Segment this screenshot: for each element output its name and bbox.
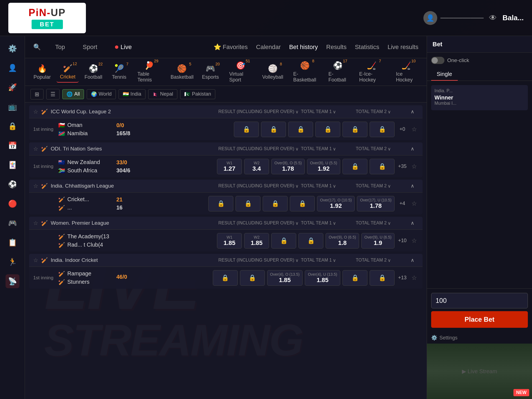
odd-button-4[interactable]: Over(9), O (6.5) 1.8 <box>326 233 359 249</box>
match-row: 🏏 The Academy(13 🏏 Rad... t Club(4 W1 1.… <box>29 229 423 252</box>
sidebar-icon-tv[interactable]: 📺 <box>6 100 19 114</box>
odd-button-1[interactable]: W2 1.85 <box>244 233 269 249</box>
filter-view-grid[interactable]: ⊞ <box>30 89 44 99</box>
team1-flag: 🏏 <box>58 196 65 203</box>
sidebar-icon-settings[interactable]: ⚙️ <box>6 42 19 55</box>
favorite-star[interactable]: ☆ <box>33 220 38 226</box>
sport-item-tennis[interactable]: 🎾 7 Tennis <box>108 62 130 82</box>
odd-button-5[interactable]: Over(17), U (10.5) 1.78 <box>357 196 395 211</box>
nav-statistics[interactable]: Statistics <box>355 44 379 51</box>
sport-item-cricket[interactable]: 🏏 12 Cricket <box>57 62 79 83</box>
odd-button-3[interactable]: Over(8), U (5.5) 1.92 <box>307 159 340 174</box>
place-bet-button[interactable]: Place Bet <box>431 311 528 328</box>
filter-view-list[interactable]: ☰ <box>46 89 60 99</box>
sidebar-icon-esports[interactable]: 🎮 <box>6 216 19 230</box>
match-favorite-btn[interactable]: ☆ <box>410 163 418 170</box>
favorite-star[interactable]: ☆ <box>33 145 38 152</box>
odd-value: 1.27 <box>224 165 236 172</box>
col-team1: TOTAL TEAM 1 ∨ <box>301 146 354 152</box>
bet-amount-input[interactable] <box>431 293 528 308</box>
sport-item-volleyball[interactable]: 🏐 8 Volleyball <box>259 62 286 82</box>
odd-button-5[interactable]: Over(9), U (6.5) 1.9 <box>361 233 395 249</box>
sport-item-ice-hockey[interactable]: 🏒 10 Ice Hockey <box>392 59 421 85</box>
nav-live-results[interactable]: Live results <box>388 44 418 51</box>
nav-results[interactable]: Results <box>326 44 346 51</box>
match-favorite-btn[interactable]: ☆ <box>410 274 418 282</box>
more-odds[interactable]: +35 <box>397 163 408 169</box>
sport-item-e-ice-hockey[interactable]: 🏒 7 E-Ice-Hockey <box>355 59 389 85</box>
eye-icon[interactable]: 👁 <box>489 13 497 22</box>
more-odds[interactable]: +13 <box>397 275 408 281</box>
sport-item-esports[interactable]: 🎮 20 Esports <box>199 62 222 82</box>
sport-item-e-football[interactable]: ⚽ 17 E-Football <box>324 59 352 85</box>
sidebar-icon-live-dot[interactable]: 🔴 <box>6 197 19 211</box>
search-area[interactable]: 🔍 <box>33 44 41 51</box>
odd-button-1[interactable]: W2 3.4 <box>244 159 269 174</box>
sport-count: 17 <box>343 59 347 63</box>
sidebar-icon-running[interactable]: 🏃 <box>6 255 19 269</box>
sidebar-icon-promo[interactable]: 🚀 <box>6 80 19 94</box>
match-favorite-btn[interactable]: ☆ <box>410 237 418 244</box>
sport-item-e-basketball[interactable]: 🏀 8 E-Basketball <box>289 59 321 85</box>
more-odds[interactable]: +4 <box>397 201 408 206</box>
filter-all[interactable]: 🌐 All <box>62 89 84 99</box>
nav-favorites[interactable]: ⭐ Favorites <box>214 44 248 51</box>
sport-item-football[interactable]: ⚽ 22 Football <box>81 62 105 82</box>
score-team1: 46/0 <box>116 274 136 280</box>
odd-locked-4: 🔒 <box>342 270 367 286</box>
settings-row[interactable]: ⚙️ Settings <box>427 332 532 344</box>
sidebar-icon-cards[interactable]: 🃏 <box>6 158 19 172</box>
more-odds[interactable]: +10 <box>397 238 408 244</box>
odd-button-3[interactable]: Over(4), U (13.5) 1.85 <box>305 270 340 286</box>
odd-button-2[interactable]: Over(8), O (5.5) 1.78 <box>271 159 305 174</box>
sport-icon: 🏓 <box>144 61 154 70</box>
team1-flag: 🏏 <box>58 270 65 277</box>
sidebar-icon-stream[interactable]: 📡 <box>6 274 19 288</box>
match-favorite-btn[interactable]: ☆ <box>410 200 418 207</box>
filter-nepal[interactable]: 🇳🇵 Nepal <box>148 89 177 99</box>
filter-india[interactable]: 🇮🇳 India <box>119 89 145 99</box>
favorite-star[interactable]: ☆ <box>33 257 38 264</box>
collapse-btn[interactable]: ∧ <box>411 257 414 263</box>
nav-bet-history[interactable]: Bet history <box>289 44 318 51</box>
odd-button-0[interactable]: W1 1.27 <box>217 159 242 174</box>
one-click-toggle[interactable] <box>431 57 444 64</box>
filter-pakistan[interactable]: 🇵🇰 Pakistan <box>180 89 215 99</box>
collapse-btn[interactable]: ∧ <box>411 146 414 152</box>
score-team1: 33/0 <box>116 159 136 166</box>
collapse-btn[interactable]: ∧ <box>411 109 414 115</box>
sidebar-icon-sport[interactable]: ⚽ <box>6 177 19 191</box>
nav-calendar[interactable]: Calendar <box>256 44 281 51</box>
col-team2: TOTAL TEAM 2 ∨ <box>356 183 408 189</box>
live-dot-indicator <box>115 45 118 49</box>
sidebar-icon-results[interactable]: 📋 <box>6 236 19 249</box>
favorite-star[interactable]: ☆ <box>33 183 38 189</box>
collapse-btn[interactable]: ∧ <box>411 183 414 189</box>
sport-item-popular[interactable]: 🔥 Popular <box>30 62 54 82</box>
sidebar-icon-user[interactable]: 👤 <box>6 61 19 75</box>
team2-row: 🏏 Stunners <box>58 279 114 285</box>
sport-label: Ice Hockey <box>396 71 417 83</box>
team1-row: 🇳🇿 New Zealand <box>58 159 114 166</box>
match-favorite-btn[interactable]: ☆ <box>410 126 418 133</box>
sport-item-basketball[interactable]: 🏀 5 Basketball <box>168 62 196 82</box>
col-team1: TOTAL TEAM 1 ∨ <box>301 258 354 263</box>
nav-live[interactable]: Live <box>112 41 135 53</box>
odd-button-0[interactable]: W1 1.85 <box>217 233 242 249</box>
tab-single[interactable]: Single <box>431 68 458 81</box>
collapse-btn[interactable]: ∧ <box>411 220 414 226</box>
odd-button-2[interactable]: Over(4), O (13.5) 1.85 <box>267 270 303 286</box>
sport-item-table-tennis[interactable]: 🏓 29 Table Tennis <box>133 59 165 85</box>
sidebar-icon-casino[interactable]: 🔒 <box>6 119 19 133</box>
favorite-star[interactable]: ☆ <box>33 108 38 115</box>
nav-top[interactable]: Top <box>52 41 68 53</box>
team1-row: 🏏 Cricket... <box>58 196 114 203</box>
sport-item-virtual-sport[interactable]: 🎯 51 Virtual Sport <box>225 59 257 85</box>
odd-button-4[interactable]: Over(17), O (10.5) 1.92 <box>317 196 355 211</box>
match-row: 1st inning 🇴🇲 Oman 🇳🇦 Namibia 0/0 165/8 … <box>29 118 423 140</box>
sidebar-icon-calendar[interactable]: 📅 <box>6 139 19 152</box>
main-content: ⚙️ 👤 🚀 📺 🔒 📅 🃏 ⚽ 🔴 🎮 📋 🏃 📡 🔍 Top Sport <box>0 36 532 399</box>
more-odds[interactable]: +0 <box>397 126 408 132</box>
filter-world[interactable]: 🌍 World <box>87 89 116 99</box>
nav-sport[interactable]: Sport <box>79 41 101 53</box>
